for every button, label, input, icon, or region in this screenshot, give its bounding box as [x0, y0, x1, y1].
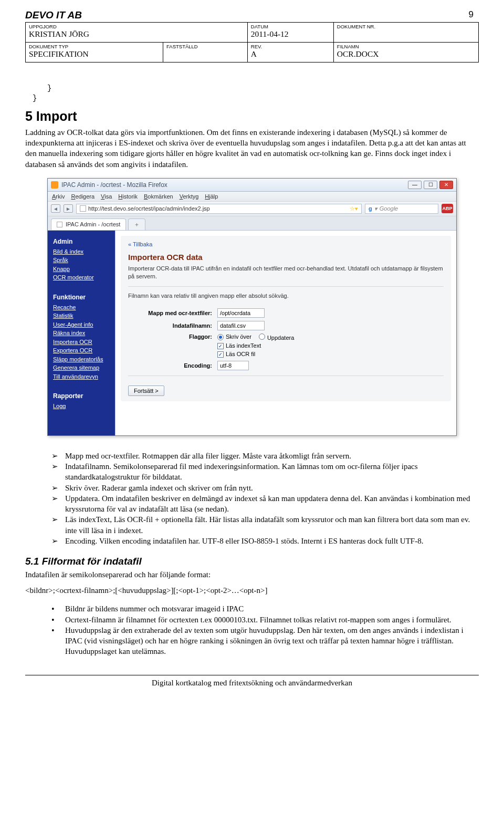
- input-indata[interactable]: datafil.csv: [217, 321, 265, 330]
- input-encoding[interactable]: utf-8: [217, 361, 249, 370]
- radio-skriv-over[interactable]: [217, 334, 224, 340]
- sidebar-head-rapporter: Rapporter: [53, 392, 110, 400]
- minimize-button[interactable]: —: [408, 181, 422, 189]
- sidebar-item-ocr-moderator[interactable]: OCR moderator: [53, 273, 110, 282]
- page-icon: [80, 205, 86, 212]
- label-skriv-over: Skriv över: [226, 334, 251, 340]
- search-placeholder: Google: [380, 205, 398, 212]
- label-uppgjord: UPPGJORD: [29, 24, 244, 29]
- window-title: IPAC Admin - /ocrtest - Mozilla Firefox: [61, 181, 167, 189]
- sidebar-item-knapp[interactable]: Knapp: [53, 265, 110, 274]
- sidebar-item-recache[interactable]: Recache: [53, 303, 110, 312]
- sidebar-item-useragent[interactable]: User-Agent info: [53, 320, 110, 329]
- sidebar-item-generera-sitemap[interactable]: Generera sitemap: [53, 363, 110, 372]
- sidebar-item-sprak[interactable]: Språk: [53, 256, 110, 265]
- label-filnamn: FILNAMN: [337, 44, 475, 49]
- back-link[interactable]: « Tillbaka: [128, 241, 152, 247]
- label-faststalld: FASTSTÄLLD: [166, 44, 244, 49]
- dot-bullet-list: Bildnr är bildens nummer och motsvarar i…: [47, 603, 479, 657]
- label-dokument-nr: DOKUMENT NR.: [337, 24, 475, 29]
- nav-back-icon[interactable]: ◄: [51, 204, 60, 213]
- sidebar-item-statistik[interactable]: Statistik: [53, 311, 110, 320]
- section-5-title: 5 Import: [25, 109, 479, 124]
- menu-verktyg[interactable]: Verktyg: [180, 193, 199, 200]
- menu-arkiv[interactable]: Arkiv: [52, 193, 65, 200]
- tab-ipac-admin[interactable]: IPAC Admin - /ocrtest: [51, 218, 126, 230]
- list-item: Huvuduppslag är den extraherade del av t…: [47, 625, 479, 657]
- url-input[interactable]: http://test.devo.se/ocrtest/ipac/admin/i…: [76, 204, 362, 214]
- tab-page-icon: [57, 222, 62, 227]
- panel-title: Importera OCR data: [128, 253, 444, 262]
- label-mapp: Mapp med ocr-textfiler:: [128, 310, 217, 316]
- firefox-icon: [51, 181, 58, 189]
- list-item: Läs indexText, Läs OCR-fil + optionella …: [47, 514, 479, 536]
- company-name: DEVO IT AB: [25, 9, 82, 21]
- google-icon: g: [369, 205, 372, 212]
- section-5-1-title: 5.1 Filformat för indatafil: [25, 556, 479, 567]
- format-line: <bildnr>;<ocrtext-filnamn>;[<huvuduppsla…: [25, 586, 479, 595]
- footer-text: Digital kortkatalog med fritextsökning o…: [152, 679, 352, 687]
- value-uppgjord: KRISTIAN JÖRG: [29, 29, 244, 39]
- menu-historik[interactable]: Historik: [118, 193, 138, 200]
- menu-redigera[interactable]: Redigera: [71, 193, 94, 200]
- sidebar-item-anvandarevyn[interactable]: Till användarevyn: [53, 372, 110, 381]
- checkbox-las-indextext[interactable]: [217, 343, 224, 349]
- embedded-screenshot: IPAC Admin - /ocrtest - Mozilla Firefox …: [47, 178, 479, 436]
- label-las-ocr-fil: Läs OCR fil: [226, 351, 255, 357]
- maximize-button[interactable]: ☐: [424, 181, 437, 189]
- window-titlebar: IPAC Admin - /ocrtest - Mozilla Firefox …: [48, 179, 456, 192]
- browser-urlbar: ◄ ► http://test.devo.se/ocrtest/ipac/adm…: [48, 202, 456, 216]
- input-mapp[interactable]: /opt/ocrdata: [217, 308, 265, 318]
- tabstrip: IPAC Admin - /ocrtest ＋: [48, 216, 456, 231]
- admin-main: « Tillbaka Importera OCR data Importerar…: [115, 231, 456, 435]
- menu-visa[interactable]: Visa: [101, 193, 112, 200]
- label-indata: Indatafilnamn:: [128, 322, 217, 329]
- sidebar-head-funktioner: Funktioner: [53, 294, 110, 301]
- url-text: http://test.devo.se/ocrtest/ipac/admin/i…: [88, 205, 210, 212]
- nav-fwd-icon[interactable]: ►: [64, 204, 73, 213]
- list-item: Mapp med ocr-textfiler. Rotmappen där al…: [47, 451, 479, 461]
- list-item: Encoding. Vilken encoding indatafilen ha…: [47, 536, 479, 546]
- checkbox-las-ocr-fil[interactable]: [217, 351, 224, 358]
- sidebar-item-importera-ocr[interactable]: Importera OCR: [53, 338, 110, 347]
- search-input[interactable]: g▾ Google: [365, 204, 438, 214]
- tab-label: IPAC Admin - /ocrtest: [66, 221, 120, 227]
- label-rev: REV.: [251, 44, 330, 49]
- value-rev: A: [251, 49, 330, 59]
- panel-desc-2: Filnamn kan vara relativ till angiven ma…: [128, 292, 444, 300]
- label-uppdatera: Uppdatera: [267, 335, 294, 341]
- abp-icon[interactable]: ABP: [442, 204, 453, 213]
- sidebar-item-rakna-index[interactable]: Räkna index: [53, 329, 110, 338]
- sidebar-item-logg[interactable]: Logg: [53, 402, 110, 411]
- menu-bokmarken[interactable]: Bokmärken: [144, 193, 173, 200]
- sidebar-item-exportera-ocr[interactable]: Exportera OCR: [53, 346, 110, 355]
- list-item: Indatafilnamn. Semikolonseparerad fil me…: [47, 461, 479, 483]
- sidebar-item-slapp-moderatorlas[interactable]: Släpp moderatorlås: [53, 355, 110, 364]
- page-number: 9: [469, 9, 474, 20]
- sidebar-item-bild-index[interactable]: Bild & index: [53, 247, 110, 256]
- continue-button[interactable]: Fortsätt >: [128, 386, 164, 396]
- list-item: Skriv över. Raderar gamla indexet och sk…: [47, 483, 479, 493]
- admin-sidebar: Admin Bild & index Språk Knapp OCR moder…: [48, 231, 115, 435]
- page-footer: Digital kortkatalog med fritextsökning o…: [25, 675, 479, 698]
- label-flaggor: Flaggor:: [128, 334, 217, 340]
- code-snippet: } }: [33, 84, 479, 103]
- label-las-indextext: Läs indexText: [226, 342, 261, 349]
- panel-desc-1: Importerar OCR-data till IPAC utifrån en…: [128, 265, 444, 281]
- document-header: DEVO IT AB 9 UPPGJORD KRISTIAN JÖRG DATU…: [25, 0, 479, 62]
- section-5-paragraph: Laddning av OCR-tolkat data görs via imp…: [25, 127, 479, 170]
- browser-menubar[interactable]: Arkiv Redigera Visa Historik Bokmärken V…: [48, 192, 456, 202]
- radio-uppdatera[interactable]: [259, 334, 265, 340]
- menu-hjalp[interactable]: Hjälp: [205, 193, 218, 200]
- label-encoding: Encoding:: [128, 362, 217, 369]
- value-dokument-typ: SPECIFIKATION: [29, 49, 160, 59]
- close-button[interactable]: ✕: [439, 181, 453, 189]
- label-datum: DATUM: [251, 24, 330, 29]
- arrow-bullet-list: Mapp med ocr-textfiler. Rotmappen där al…: [47, 451, 479, 546]
- header-table: UPPGJORD KRISTIAN JÖRG DATUM 2011-04-12 …: [25, 22, 479, 62]
- tab-new[interactable]: ＋: [128, 218, 145, 230]
- label-dokument-typ: DOKUMENT TYP: [29, 44, 160, 49]
- star-icon[interactable]: ☆▾: [350, 205, 358, 212]
- list-item: Ocrtext-filnamn är filnamnet för ocrtext…: [47, 614, 479, 625]
- value-filnamn: OCR.DOCX: [337, 49, 475, 59]
